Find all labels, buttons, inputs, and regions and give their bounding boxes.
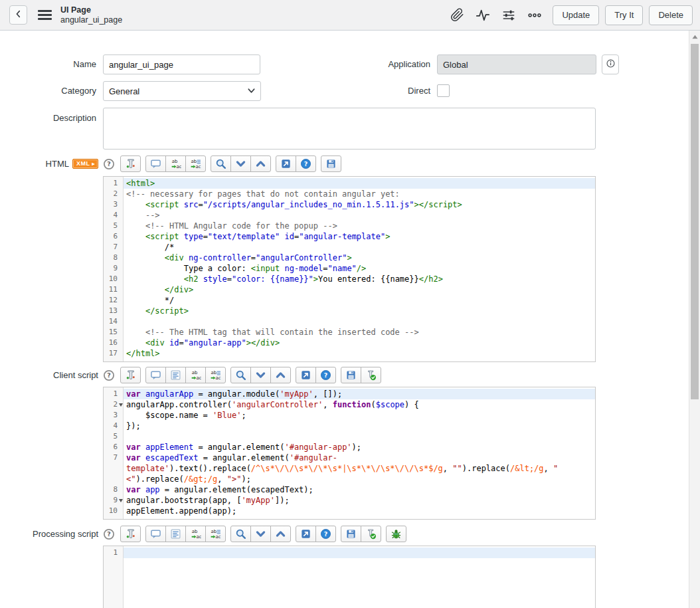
find-prev-button[interactable] bbox=[270, 526, 291, 542]
find-prev-button[interactable] bbox=[270, 367, 291, 383]
help-icon[interactable]: ? bbox=[103, 158, 115, 170]
find-next-button[interactable] bbox=[250, 367, 271, 383]
code-line-content[interactable] bbox=[124, 548, 595, 558]
comment-button[interactable] bbox=[145, 526, 166, 542]
code-line-15[interactable]: 15 <!-- The HTML tag that will contain t… bbox=[104, 327, 595, 338]
code-line-content[interactable]: $scope.name = 'Blue'; bbox=[124, 410, 595, 421]
replace-button[interactable]: abac bbox=[185, 526, 206, 542]
code-line-content[interactable]: <div ng-controller="angularController"> bbox=[124, 253, 595, 263]
format-script-button[interactable] bbox=[120, 155, 141, 172]
code-line-content[interactable]: </html> bbox=[124, 348, 595, 359]
replace-all-button[interactable]: abac bbox=[205, 367, 226, 383]
code-line-3[interactable]: 3 <script src="/scripts/angular_includes… bbox=[104, 199, 595, 210]
code-line-14[interactable]: 14 bbox=[104, 316, 595, 327]
code-line-content[interactable]: --> bbox=[124, 210, 595, 221]
open-window-button[interactable] bbox=[276, 155, 296, 172]
fold-arrow-icon[interactable] bbox=[119, 499, 123, 502]
code-line-1[interactable]: 1var angularApp = angular.module('myApp'… bbox=[104, 389, 595, 399]
code-line-2[interactable]: 2<!-- necessary for pages that do not co… bbox=[104, 189, 595, 199]
update-button[interactable]: Update bbox=[553, 5, 599, 25]
code-line-content[interactable]: <script src="/scripts/angular_includes_n… bbox=[124, 199, 595, 210]
code-line-content[interactable]: <script type="text/template" id="angular… bbox=[124, 231, 595, 242]
code-line-10[interactable]: 10appElement.append(app); bbox=[104, 506, 595, 516]
debug-button[interactable] bbox=[386, 526, 406, 542]
code-line-6[interactable]: 6 <script type="text/template" id="angul… bbox=[104, 231, 595, 242]
code-line-content[interactable]: */ bbox=[124, 295, 595, 306]
search-button[interactable] bbox=[230, 526, 251, 542]
search-button[interactable] bbox=[230, 367, 251, 383]
code-line-content[interactable]: /* bbox=[124, 242, 595, 253]
code-line-content[interactable]: angular.bootstrap(app, ['myApp']); bbox=[124, 495, 595, 506]
editor-help-button[interactable]: ? bbox=[315, 367, 336, 383]
form-settings-icon[interactable] bbox=[501, 8, 516, 23]
replace-all-button[interactable]: abac bbox=[185, 155, 206, 172]
comment-button[interactable] bbox=[145, 367, 166, 383]
save-button[interactable] bbox=[341, 526, 361, 542]
code-line-7[interactable]: 7var escapedText = angular.element('#ang… bbox=[104, 453, 595, 484]
code-line-8[interactable]: 8 <div ng-controller="angularController"… bbox=[104, 253, 595, 263]
scroll-up-icon[interactable] bbox=[689, 32, 700, 42]
replace-button[interactable]: abac bbox=[185, 367, 206, 383]
code-line-content[interactable] bbox=[124, 316, 595, 327]
code-line-content[interactable] bbox=[124, 431, 595, 442]
code-line-5[interactable]: 5 bbox=[104, 431, 595, 442]
delete-button[interactable]: Delete bbox=[649, 5, 693, 25]
application-info-button[interactable] bbox=[602, 54, 619, 74]
code-line-11[interactable]: 11 </div> bbox=[104, 284, 595, 295]
activity-stream-icon[interactable] bbox=[476, 8, 490, 23]
code-line-10[interactable]: 10 <h2 style="color: {{name}}">You enter… bbox=[104, 274, 595, 284]
code-line-content[interactable]: var angularApp = angular.module('myApp',… bbox=[124, 389, 595, 399]
code-line-13[interactable]: 13 </script> bbox=[104, 306, 595, 316]
description-textarea[interactable] bbox=[103, 108, 596, 150]
code-line-1[interactable]: 1<html> bbox=[104, 178, 595, 189]
format-document-button[interactable] bbox=[165, 526, 186, 542]
help-icon[interactable]: ? bbox=[103, 528, 115, 540]
editor-help-button[interactable]: ? bbox=[315, 526, 336, 542]
code-line-content[interactable]: </div> bbox=[124, 284, 595, 295]
attachments-icon[interactable] bbox=[450, 8, 464, 23]
fold-arrow-icon[interactable] bbox=[119, 403, 123, 407]
code-line-5[interactable]: 5 <!-- HTML Angular code for the popup -… bbox=[104, 221, 595, 231]
processing-script-editor[interactable]: 1 bbox=[103, 546, 596, 608]
comment-button[interactable] bbox=[145, 155, 166, 172]
search-button[interactable] bbox=[211, 155, 231, 172]
code-line-12[interactable]: 12 */ bbox=[104, 295, 595, 306]
back-button[interactable] bbox=[9, 5, 27, 25]
context-menu-icon[interactable] bbox=[38, 10, 52, 20]
code-line-content[interactable]: appElement.append(app); bbox=[124, 506, 595, 516]
replace-all-button[interactable]: abac bbox=[205, 526, 226, 542]
code-line-content[interactable]: var app = angular.element(escapedText); bbox=[124, 484, 595, 495]
open-window-button[interactable] bbox=[296, 526, 316, 542]
format-document-button[interactable] bbox=[165, 367, 186, 383]
replace-button[interactable]: abac bbox=[165, 155, 186, 172]
editor-help-button[interactable]: ? bbox=[296, 155, 316, 172]
code-line-content[interactable]: <!-- HTML Angular code for the popup --> bbox=[124, 221, 595, 231]
find-prev-button[interactable] bbox=[250, 155, 271, 172]
find-next-button[interactable] bbox=[230, 155, 251, 172]
name-input[interactable] bbox=[103, 54, 260, 74]
html-code-editor[interactable]: 1<html>2<!-- necessary for pages that do… bbox=[103, 176, 596, 362]
code-line-content[interactable]: angularApp.controller('angularController… bbox=[124, 399, 595, 410]
code-line-6[interactable]: 6var appElement = angular.element('#angu… bbox=[104, 442, 595, 453]
format-script-button[interactable] bbox=[120, 526, 141, 542]
code-line-16[interactable]: 16 <div id="angular-app"></div> bbox=[104, 338, 595, 348]
save-button[interactable] bbox=[321, 155, 341, 172]
code-line-content[interactable]: var escapedText = angular.element('#angu… bbox=[124, 453, 595, 484]
find-next-button[interactable] bbox=[250, 526, 271, 542]
code-line-content[interactable]: Type a color: <input ng-model="name"/> bbox=[124, 263, 595, 274]
xml-syntax-badge[interactable]: XML bbox=[72, 159, 98, 169]
code-line-content[interactable]: </script> bbox=[124, 306, 595, 316]
script-check-button[interactable] bbox=[361, 367, 381, 383]
code-line-content[interactable]: <!-- necessary for pages that do not con… bbox=[124, 189, 595, 199]
vertical-scrollbar[interactable] bbox=[689, 31, 700, 608]
code-line-8[interactable]: 8var app = angular.element(escapedText); bbox=[104, 484, 595, 495]
scrollbar-thumb[interactable] bbox=[691, 44, 699, 399]
try-it-button[interactable]: Try It bbox=[605, 5, 643, 25]
code-line-7[interactable]: 7 /* bbox=[104, 242, 595, 253]
direct-checkbox[interactable] bbox=[437, 84, 450, 97]
code-line-content[interactable]: <html> bbox=[124, 178, 595, 189]
script-check-button[interactable] bbox=[361, 526, 381, 542]
code-line-9[interactable]: 9 Type a color: <input ng-model="name"/> bbox=[104, 263, 595, 274]
more-options-icon[interactable] bbox=[527, 8, 542, 23]
code-line-9[interactable]: 9angular.bootstrap(app, ['myApp']); bbox=[104, 495, 595, 506]
